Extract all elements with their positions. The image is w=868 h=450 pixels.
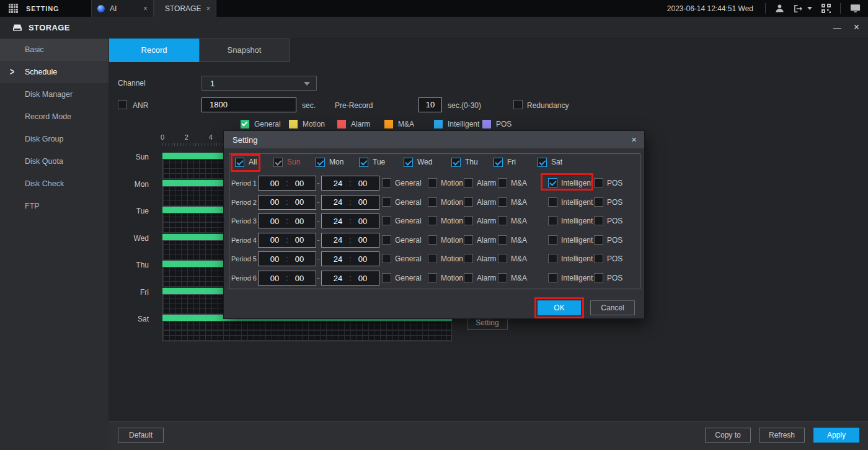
time-input-start[interactable]: 00:00 <box>258 176 316 191</box>
checkbox-pos[interactable] <box>594 273 603 282</box>
checkbox-sun[interactable] <box>273 158 283 167</box>
checkbox-intelligent[interactable] <box>548 178 557 187</box>
checkbox-fri[interactable] <box>494 158 503 167</box>
checkbox-motion[interactable] <box>428 235 437 245</box>
time-input-start[interactable]: 00:00 <box>258 271 316 286</box>
checkbox-intelligent[interactable] <box>548 216 557 225</box>
time-input-start[interactable]: 00:00 <box>258 233 316 248</box>
checkbox-intelligent[interactable] <box>548 273 557 282</box>
checkbox-label-intelligent: Intelligent <box>561 271 593 286</box>
checkbox-motion[interactable] <box>428 178 437 187</box>
checkbox-wed[interactable] <box>404 158 413 167</box>
refresh-button[interactable]: Refresh <box>759 428 805 443</box>
checkbox-general[interactable] <box>382 254 391 263</box>
checkbox-alarm[interactable] <box>464 235 473 245</box>
checkbox-all[interactable] <box>235 158 244 167</box>
period-row: Period 600:0024:00-GeneralMotionAlarmM&A… <box>229 271 640 286</box>
dash-separator: - <box>316 214 321 228</box>
chevron-down-icon[interactable] <box>807 7 812 10</box>
sidebar-item-disk-manager[interactable]: Disk Manager <box>0 83 108 106</box>
time-input-end[interactable]: 24:00 <box>321 233 379 248</box>
time-input-end[interactable]: 24:00 <box>321 195 379 210</box>
checkbox-motion[interactable] <box>428 197 437 207</box>
minimize-icon[interactable]: — <box>833 23 841 32</box>
checkbox-m-a[interactable] <box>498 235 507 245</box>
user-icon[interactable] <box>775 4 784 13</box>
checkbox-intelligent[interactable] <box>548 235 557 245</box>
checkbox-m-a[interactable] <box>498 273 507 282</box>
checkbox-alarm[interactable] <box>464 178 473 187</box>
checkbox-m-a[interactable] <box>498 254 507 263</box>
checkbox-sat[interactable] <box>538 158 547 167</box>
schedule-grid-cells[interactable] <box>162 321 452 341</box>
close-icon[interactable]: × <box>631 135 637 144</box>
checkbox-alarm[interactable] <box>464 197 473 207</box>
checkbox-pos[interactable] <box>594 216 603 225</box>
close-icon[interactable]: × <box>854 22 859 32</box>
tab-ai[interactable]: AI × <box>91 0 154 17</box>
system-clock: 2023-06-14 12:44:51 Wed <box>667 4 753 13</box>
checkbox-m-a[interactable] <box>498 216 507 225</box>
time-input-end[interactable]: 24:00 <box>321 176 379 191</box>
time-input-end[interactable]: 24:00 <box>321 251 379 266</box>
checkbox-intelligent[interactable] <box>548 197 557 207</box>
window-header: STORAGE — × <box>0 17 868 38</box>
time-minute: 00 <box>358 235 367 245</box>
sidebar-item-disk-quota[interactable]: Disk Quota <box>0 150 108 173</box>
sidebar-item-disk-group[interactable]: Disk Group <box>0 128 108 150</box>
default-button[interactable]: Default <box>118 428 164 443</box>
checkbox-pos[interactable] <box>594 178 603 187</box>
checkbox-intelligent[interactable] <box>548 254 557 263</box>
apply-button[interactable]: Apply <box>813 428 859 443</box>
checkbox-motion[interactable] <box>428 273 437 282</box>
time-colon: : <box>349 198 351 207</box>
checkbox-pos[interactable] <box>594 197 603 207</box>
time-hour: 00 <box>270 274 279 283</box>
time-minute: 00 <box>358 197 367 207</box>
cancel-button[interactable]: Cancel <box>590 300 635 315</box>
time-input-start[interactable]: 00:00 <box>258 214 316 228</box>
time-hour: 24 <box>334 254 342 264</box>
time-input-end[interactable]: 24:00 <box>321 214 379 228</box>
qr-code-icon[interactable] <box>822 4 831 13</box>
tab-ai-label: AI <box>110 4 138 13</box>
checkbox-alarm[interactable] <box>464 254 473 263</box>
checkbox-thu[interactable] <box>451 158 461 167</box>
close-icon[interactable]: × <box>206 5 210 12</box>
sidebar-item-label: Schedule <box>25 68 57 76</box>
ok-button[interactable]: OK <box>538 300 581 315</box>
time-minute: 00 <box>295 254 304 264</box>
sidebar-item-ftp[interactable]: FTP <box>0 195 108 217</box>
copy-to-button[interactable]: Copy to <box>705 428 751 443</box>
checkbox-general[interactable] <box>382 235 391 245</box>
time-input-start[interactable]: 00:00 <box>258 251 316 266</box>
checkbox-motion[interactable] <box>428 216 437 225</box>
checkbox-general[interactable] <box>382 178 391 187</box>
checkbox-pos[interactable] <box>594 254 603 263</box>
checkbox-mon[interactable] <box>316 158 325 167</box>
logout-icon[interactable] <box>794 4 804 13</box>
sidebar-item-schedule[interactable]: >Schedule <box>0 61 108 83</box>
checkbox-m-a[interactable] <box>498 197 507 207</box>
time-input-start[interactable]: 00:00 <box>258 195 316 210</box>
display-icon[interactable] <box>850 4 861 13</box>
checkbox-general[interactable] <box>382 197 391 207</box>
sidebar-item-record-mode[interactable]: Record Mode <box>0 106 108 128</box>
checkbox-general[interactable] <box>382 273 391 282</box>
checkbox-alarm[interactable] <box>464 216 473 225</box>
checkbox-alarm[interactable] <box>464 273 473 282</box>
checkbox-tue[interactable] <box>359 158 368 167</box>
sidebar-item-basic[interactable]: Basic <box>0 38 108 61</box>
checkbox-general[interactable] <box>382 216 391 225</box>
day-checkbox-label: Mon <box>329 158 343 166</box>
sidebar-item-label: FTP <box>25 202 40 210</box>
setting-app-tab[interactable]: SETTING <box>0 0 91 17</box>
tab-storage[interactable]: STORAGE × <box>154 0 216 17</box>
checkbox-motion[interactable] <box>428 254 437 263</box>
time-input-end[interactable]: 24:00 <box>321 271 379 286</box>
checkbox-m-a[interactable] <box>498 178 507 187</box>
sidebar-item-disk-check[interactable]: Disk Check <box>0 173 108 195</box>
checkbox-label-general: General <box>395 271 422 286</box>
close-icon[interactable]: × <box>143 5 148 12</box>
checkbox-pos[interactable] <box>594 235 603 245</box>
